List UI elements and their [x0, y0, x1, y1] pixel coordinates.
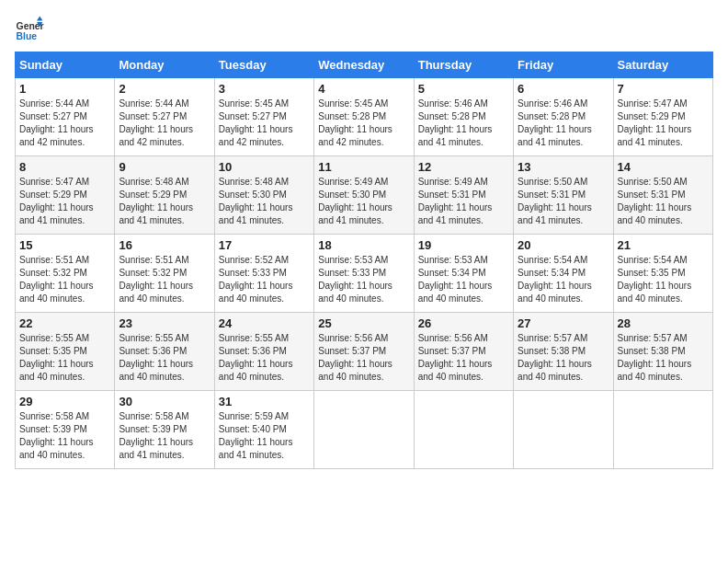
day-number: 12 — [418, 160, 509, 174]
calendar-cell: 6 Sunrise: 5:46 AM Sunset: 5:28 PM Dayli… — [514, 78, 613, 156]
day-info: Sunrise: 5:58 AM Sunset: 5:39 PM Dayligh… — [119, 410, 210, 462]
day-number: 11 — [318, 160, 409, 174]
day-info: Sunrise: 5:45 AM Sunset: 5:28 PM Dayligh… — [318, 98, 409, 149]
calendar-table: SundayMondayTuesdayWednesdayThursdayFrid… — [15, 52, 713, 469]
day-number: 21 — [618, 238, 709, 252]
calendar-week-row: 1 Sunrise: 5:44 AM Sunset: 5:27 PM Dayli… — [16, 78, 713, 156]
calendar-cell: 3 Sunrise: 5:45 AM Sunset: 5:27 PM Dayli… — [214, 78, 313, 156]
calendar-cell: 22 Sunrise: 5:55 AM Sunset: 5:35 PM Dayl… — [16, 313, 115, 391]
calendar-cell: 26 Sunrise: 5:56 AM Sunset: 5:37 PM Dayl… — [414, 313, 513, 391]
day-number: 13 — [518, 160, 609, 174]
calendar-cell: 2 Sunrise: 5:44 AM Sunset: 5:27 PM Dayli… — [115, 78, 214, 156]
calendar-cell: 1 Sunrise: 5:44 AM Sunset: 5:27 PM Dayli… — [16, 78, 115, 156]
day-info: Sunrise: 5:49 AM Sunset: 5:31 PM Dayligh… — [418, 176, 509, 227]
day-info: Sunrise: 5:53 AM Sunset: 5:33 PM Dayligh… — [318, 254, 409, 305]
day-info: Sunrise: 5:44 AM Sunset: 5:27 PM Dayligh… — [19, 98, 110, 149]
calendar-week-row: 22 Sunrise: 5:55 AM Sunset: 5:35 PM Dayl… — [16, 313, 713, 391]
day-number: 4 — [318, 82, 409, 96]
day-info: Sunrise: 5:47 AM Sunset: 5:29 PM Dayligh… — [19, 176, 110, 227]
day-number: 22 — [19, 316, 110, 330]
calendar-cell: 23 Sunrise: 5:55 AM Sunset: 5:36 PM Dayl… — [115, 313, 214, 391]
calendar-cell: 30 Sunrise: 5:58 AM Sunset: 5:39 PM Dayl… — [115, 391, 214, 469]
calendar-cell: 16 Sunrise: 5:51 AM Sunset: 5:32 PM Dayl… — [115, 235, 214, 313]
day-info: Sunrise: 5:51 AM Sunset: 5:32 PM Dayligh… — [119, 254, 210, 305]
day-info: Sunrise: 5:59 AM Sunset: 5:40 PM Dayligh… — [219, 410, 310, 462]
logo-icon: General Blue — [15, 15, 44, 44]
calendar-cell — [314, 391, 414, 469]
calendar-cell: 11 Sunrise: 5:49 AM Sunset: 5:30 PM Dayl… — [314, 156, 414, 235]
day-number: 17 — [219, 238, 310, 252]
calendar-cell: 29 Sunrise: 5:58 AM Sunset: 5:39 PM Dayl… — [16, 391, 115, 469]
day-info: Sunrise: 5:50 AM Sunset: 5:31 PM Dayligh… — [618, 176, 709, 227]
calendar-cell: 8 Sunrise: 5:47 AM Sunset: 5:29 PM Dayli… — [16, 156, 115, 235]
day-number: 2 — [119, 82, 210, 96]
calendar-cell: 5 Sunrise: 5:46 AM Sunset: 5:28 PM Dayli… — [414, 78, 513, 156]
day-info: Sunrise: 5:46 AM Sunset: 5:28 PM Dayligh… — [418, 98, 509, 149]
day-info: Sunrise: 5:55 AM Sunset: 5:36 PM Dayligh… — [219, 332, 310, 384]
calendar-cell: 9 Sunrise: 5:48 AM Sunset: 5:29 PM Dayli… — [115, 156, 214, 235]
calendar-cell: 24 Sunrise: 5:55 AM Sunset: 5:36 PM Dayl… — [214, 313, 313, 391]
day-number: 18 — [318, 238, 409, 252]
day-info: Sunrise: 5:51 AM Sunset: 5:32 PM Dayligh… — [19, 254, 110, 305]
day-number: 6 — [518, 82, 609, 96]
day-number: 27 — [518, 316, 609, 330]
calendar-cell — [514, 391, 613, 469]
day-number: 7 — [618, 82, 709, 96]
calendar-cell — [414, 391, 513, 469]
calendar-cell: 7 Sunrise: 5:47 AM Sunset: 5:29 PM Dayli… — [613, 78, 712, 156]
calendar-cell: 20 Sunrise: 5:54 AM Sunset: 5:34 PM Dayl… — [514, 235, 613, 313]
calendar-cell: 4 Sunrise: 5:45 AM Sunset: 5:28 PM Dayli… — [314, 78, 414, 156]
day-info: Sunrise: 5:50 AM Sunset: 5:31 PM Dayligh… — [518, 176, 609, 227]
day-info: Sunrise: 5:58 AM Sunset: 5:39 PM Dayligh… — [19, 410, 110, 462]
calendar-cell: 14 Sunrise: 5:50 AM Sunset: 5:31 PM Dayl… — [613, 156, 712, 235]
day-number: 8 — [19, 160, 110, 174]
calendar-cell: 21 Sunrise: 5:54 AM Sunset: 5:35 PM Dayl… — [613, 235, 712, 313]
day-info: Sunrise: 5:49 AM Sunset: 5:30 PM Dayligh… — [318, 176, 409, 227]
calendar-cell: 27 Sunrise: 5:57 AM Sunset: 5:38 PM Dayl… — [514, 313, 613, 391]
calendar-cell: 13 Sunrise: 5:50 AM Sunset: 5:31 PM Dayl… — [514, 156, 613, 235]
day-number: 15 — [19, 238, 110, 252]
svg-text:Blue: Blue — [17, 31, 38, 41]
day-info: Sunrise: 5:45 AM Sunset: 5:27 PM Dayligh… — [219, 98, 310, 149]
weekday-header: Sunday — [16, 52, 115, 78]
day-number: 23 — [119, 316, 210, 330]
calendar-cell: 25 Sunrise: 5:56 AM Sunset: 5:37 PM Dayl… — [314, 313, 414, 391]
day-info: Sunrise: 5:55 AM Sunset: 5:36 PM Dayligh… — [119, 332, 210, 384]
day-number: 31 — [219, 395, 310, 408]
calendar-week-row: 8 Sunrise: 5:47 AM Sunset: 5:29 PM Dayli… — [16, 156, 713, 235]
calendar-cell: 15 Sunrise: 5:51 AM Sunset: 5:32 PM Dayl… — [16, 235, 115, 313]
day-number: 30 — [119, 395, 210, 408]
day-number: 25 — [318, 316, 409, 330]
day-info: Sunrise: 5:54 AM Sunset: 5:34 PM Dayligh… — [518, 254, 609, 305]
day-info: Sunrise: 5:47 AM Sunset: 5:29 PM Dayligh… — [618, 98, 709, 149]
day-number: 24 — [219, 316, 310, 330]
weekday-header: Tuesday — [214, 52, 313, 78]
day-info: Sunrise: 5:48 AM Sunset: 5:30 PM Dayligh… — [219, 176, 310, 227]
calendar-cell: 17 Sunrise: 5:52 AM Sunset: 5:33 PM Dayl… — [214, 235, 313, 313]
day-number: 26 — [418, 316, 509, 330]
weekday-header: Friday — [514, 52, 613, 78]
day-number: 1 — [19, 82, 110, 96]
day-number: 29 — [19, 395, 110, 408]
day-info: Sunrise: 5:46 AM Sunset: 5:28 PM Dayligh… — [518, 98, 609, 149]
day-number: 9 — [119, 160, 210, 174]
day-info: Sunrise: 5:54 AM Sunset: 5:35 PM Dayligh… — [618, 254, 709, 305]
day-number: 16 — [119, 238, 210, 252]
calendar-cell: 18 Sunrise: 5:53 AM Sunset: 5:33 PM Dayl… — [314, 235, 414, 313]
weekday-header: Saturday — [613, 52, 712, 78]
day-info: Sunrise: 5:57 AM Sunset: 5:38 PM Dayligh… — [618, 332, 709, 384]
weekday-header: Wednesday — [314, 52, 414, 78]
day-info: Sunrise: 5:57 AM Sunset: 5:38 PM Dayligh… — [518, 332, 609, 384]
calendar-cell: 28 Sunrise: 5:57 AM Sunset: 5:38 PM Dayl… — [613, 313, 712, 391]
day-info: Sunrise: 5:56 AM Sunset: 5:37 PM Dayligh… — [318, 332, 409, 384]
day-info: Sunrise: 5:55 AM Sunset: 5:35 PM Dayligh… — [19, 332, 110, 384]
day-number: 28 — [618, 316, 709, 330]
day-info: Sunrise: 5:56 AM Sunset: 5:37 PM Dayligh… — [418, 332, 509, 384]
calendar-week-row: 15 Sunrise: 5:51 AM Sunset: 5:32 PM Dayl… — [16, 235, 713, 313]
calendar-week-row: 29 Sunrise: 5:58 AM Sunset: 5:39 PM Dayl… — [16, 391, 713, 469]
calendar-cell: 10 Sunrise: 5:48 AM Sunset: 5:30 PM Dayl… — [214, 156, 313, 235]
day-info: Sunrise: 5:53 AM Sunset: 5:34 PM Dayligh… — [418, 254, 509, 305]
weekday-header: Thursday — [414, 52, 513, 78]
calendar-cell: 12 Sunrise: 5:49 AM Sunset: 5:31 PM Dayl… — [414, 156, 513, 235]
calendar-cell: 19 Sunrise: 5:53 AM Sunset: 5:34 PM Dayl… — [414, 235, 513, 313]
